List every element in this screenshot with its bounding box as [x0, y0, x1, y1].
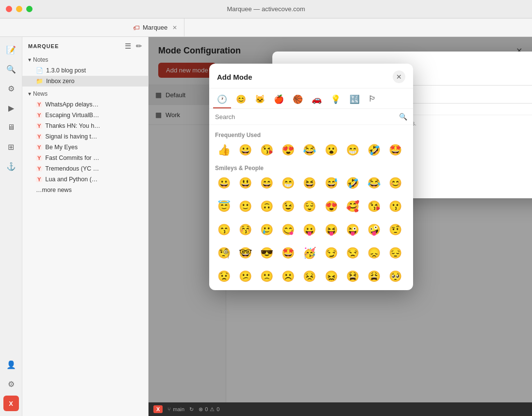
sidebar-grid-icon[interactable]: ⊞	[3, 139, 19, 155]
emoji-s17[interactable]: 😘	[366, 198, 383, 215]
emoji-s18[interactable]: 😗	[387, 198, 404, 215]
emoji-s3[interactable]: 😄	[258, 174, 275, 192]
emoji-s29[interactable]: 🤓	[236, 244, 254, 262]
emoji-cat-sports[interactable]: 🏀	[289, 91, 307, 108]
notes-group-header[interactable]: ▾ Notes	[22, 54, 148, 65]
sidebar-graph-icon[interactable]: ⚙	[3, 81, 19, 96]
sidebar-item-lua-python[interactable]: Y Lua and Python (…	[22, 174, 148, 185]
sidebar-brand-icon[interactable]: X	[3, 396, 19, 411]
emoji-joy[interactable]: 😂	[301, 141, 318, 159]
notes-section: ▾ Notes 📄 1.3.0 blog post 📁 Inbox zero	[22, 53, 148, 87]
news-group-header[interactable]: ▾ News	[22, 88, 148, 99]
emoji-s14[interactable]: 😌	[301, 198, 318, 215]
emoji-s45[interactable]: 🥺	[387, 268, 404, 285]
emoji-s9[interactable]: 😊	[387, 174, 404, 192]
emoji-cat-flags[interactable]: 🏳	[365, 91, 381, 108]
emoji-s36[interactable]: 😔	[387, 244, 404, 262]
emoji-s42[interactable]: 😖	[322, 268, 340, 285]
sidebar-item-inbox-zero[interactable]: 📁 Inbox zero	[22, 76, 148, 87]
sidebar-monitor-icon[interactable]: 🖥	[3, 120, 19, 135]
status-brand[interactable]: X	[153, 405, 163, 413]
sidebar-settings-icon[interactable]: ⚙	[3, 376, 19, 392]
sidebar-item-label: Lua and Python (…	[45, 176, 98, 183]
emoji-s2[interactable]: 😃	[236, 174, 254, 192]
emoji-s1[interactable]: 😀	[215, 174, 233, 192]
emoji-kissing-heart[interactable]: 😘	[258, 141, 275, 159]
sidebar-item-virtualb[interactable]: Y Escaping VirtualB…	[22, 110, 148, 121]
emoji-s6[interactable]: 😅	[322, 174, 340, 192]
emoji-s27[interactable]: 🤨	[387, 221, 404, 239]
emoji-s40[interactable]: ☹️	[280, 268, 297, 285]
emoji-s11[interactable]: 🙂	[236, 198, 254, 215]
emoji-s37[interactable]: 😟	[215, 268, 233, 285]
emoji-open-mouth[interactable]: 😮	[322, 141, 340, 159]
emoji-s38[interactable]: 😕	[236, 268, 254, 285]
emoji-s19[interactable]: 😙	[215, 221, 233, 239]
sidebar-item-tremendous[interactable]: Y Tremendous (YC …	[22, 163, 148, 174]
maximize-button[interactable]	[26, 6, 33, 12]
emoji-star-struck[interactable]: 🤩	[387, 141, 404, 159]
status-refresh[interactable]: ↻	[189, 406, 194, 413]
sidebar-item-blog-post[interactable]: 📄 1.3.0 blog post	[22, 65, 148, 76]
emoji-s23[interactable]: 😛	[301, 221, 318, 239]
emoji-s21[interactable]: 🥲	[258, 221, 275, 239]
emoji-picker-close-button[interactable]: ✕	[393, 70, 405, 83]
tab-marquee[interactable]: 🏷 Marquee ✕	[126, 18, 184, 36]
emoji-cat-objects[interactable]: 💡	[327, 91, 345, 108]
emoji-search-input[interactable]	[215, 113, 395, 121]
sidebar-anchor-icon[interactable]: ⚓	[3, 158, 19, 174]
emoji-grin[interactable]: 😁	[344, 141, 361, 159]
emoji-grinning[interactable]: 😀	[236, 141, 254, 159]
close-button[interactable]	[6, 6, 12, 12]
sidebar-item-thanks-hn[interactable]: Y Thanks HN: You h…	[22, 121, 148, 131]
emoji-s31[interactable]: 🤩	[280, 244, 297, 262]
emoji-s8[interactable]: 😂	[366, 174, 383, 192]
emoji-s5[interactable]: 😆	[301, 174, 318, 192]
emoji-s32[interactable]: 🥳	[301, 244, 318, 262]
emoji-cat-symbols[interactable]: 🔣	[346, 91, 364, 108]
emoji-cat-travel[interactable]: 🚗	[308, 91, 326, 108]
emoji-s44[interactable]: 😩	[366, 268, 383, 285]
emoji-thumbsup[interactable]: 👍	[215, 141, 233, 159]
sidebar-user-icon[interactable]: 👤	[3, 357, 19, 372]
sidebar-item-more-news[interactable]: …more news	[22, 185, 148, 195]
emoji-s35[interactable]: 😞	[366, 244, 383, 262]
sidebar-item-fast-commits[interactable]: Y Fast Commits for …	[22, 153, 148, 163]
filter-icon[interactable]: ☰	[125, 42, 131, 51]
sidebar-send-icon[interactable]: ▶	[3, 100, 19, 116]
sidebar-item-whatsapp[interactable]: Y WhatsApp delays…	[22, 99, 148, 110]
tab-close-button[interactable]: ✕	[172, 24, 177, 31]
emoji-s12[interactable]: 🙃	[258, 198, 275, 215]
emoji-s15[interactable]: 😍	[322, 198, 340, 215]
emoji-s34[interactable]: 😒	[344, 244, 361, 262]
emoji-s16[interactable]: 🥰	[344, 198, 361, 215]
emoji-s20[interactable]: 😚	[236, 221, 254, 239]
emoji-s7[interactable]: 🤣	[344, 174, 361, 192]
sidebar-search-icon[interactable]: 🔍	[3, 61, 19, 77]
emoji-s13[interactable]: 😉	[280, 198, 297, 215]
emoji-heart-eyes[interactable]: 😍	[280, 141, 297, 159]
emoji-cat-food[interactable]: 🍎	[270, 91, 288, 108]
emoji-s43[interactable]: 😫	[344, 268, 361, 285]
emoji-s26[interactable]: 🤪	[366, 221, 383, 239]
emoji-s25[interactable]: 😜	[344, 221, 361, 239]
emoji-s33[interactable]: 😏	[322, 244, 340, 262]
emoji-s30[interactable]: 😎	[258, 244, 275, 262]
emoji-s10[interactable]: 😇	[215, 198, 233, 215]
sidebar-item-signal[interactable]: Y Signal is having t…	[22, 131, 148, 142]
emoji-s41[interactable]: 😣	[301, 268, 318, 285]
y-badge: Y	[36, 123, 42, 129]
emoji-rofl[interactable]: 🤣	[366, 141, 383, 159]
minimize-button[interactable]	[16, 6, 22, 12]
emoji-s39[interactable]: 🙁	[258, 268, 275, 285]
new-note-icon[interactable]: ✏	[136, 42, 142, 51]
emoji-cat-recent[interactable]: 🕐	[213, 91, 231, 108]
emoji-s4[interactable]: 😁	[280, 174, 297, 192]
emoji-cat-smileys[interactable]: 😊	[232, 91, 250, 108]
emoji-cat-animals[interactable]: 🐱	[251, 91, 269, 108]
sidebar-item-be-my-eyes[interactable]: Y Be My Eyes	[22, 142, 148, 153]
emoji-s28[interactable]: 🧐	[215, 244, 233, 262]
emoji-s22[interactable]: 😋	[280, 221, 297, 239]
emoji-s24[interactable]: 😝	[322, 221, 340, 239]
sidebar-notes-icon[interactable]: 📝	[3, 42, 19, 57]
